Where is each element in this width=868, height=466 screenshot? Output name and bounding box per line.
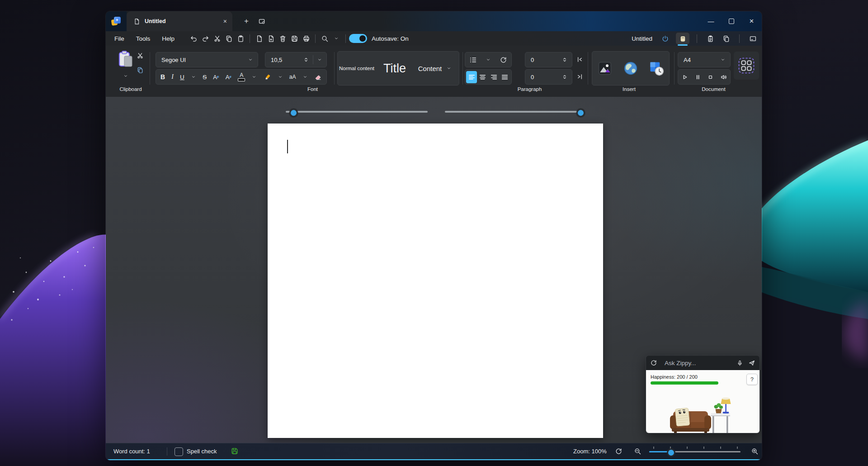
copy-small-button[interactable] <box>137 67 144 74</box>
spacing-before-spinner[interactable]: 0 <box>525 52 572 67</box>
delete-button[interactable] <box>277 33 288 44</box>
list-chevron-icon[interactable] <box>486 57 491 62</box>
new-document-button[interactable] <box>253 33 265 44</box>
save-button[interactable] <box>288 33 300 44</box>
font-color-button[interactable]: A <box>238 72 245 81</box>
style-title[interactable]: Title <box>376 62 414 76</box>
tab-untitled[interactable]: Untitled × <box>127 11 232 31</box>
reset-format-icon[interactable] <box>500 56 507 64</box>
close-button[interactable]: × <box>741 14 762 28</box>
underline-button[interactable]: U <box>180 74 184 81</box>
pause-icon[interactable] <box>694 73 702 81</box>
list-style-icon[interactable] <box>469 56 477 64</box>
italic-button[interactable]: I <box>171 73 174 81</box>
zippy-mic-icon[interactable] <box>736 360 743 366</box>
page-size-select[interactable]: A4 <box>678 52 731 67</box>
speaker-icon[interactable] <box>720 73 727 81</box>
zippy-input[interactable]: Ask Zippy... <box>665 360 696 366</box>
superscript-button[interactable]: AF <box>226 74 231 81</box>
spacing-after-value: 0 <box>531 74 534 81</box>
copy-button[interactable] <box>223 33 235 44</box>
font-size-spinner[interactable]: 10,5 <box>265 52 327 67</box>
clear-formatting-eraser-icon[interactable] <box>314 73 322 81</box>
search-chevron-down-icon[interactable] <box>330 33 342 44</box>
align-center-button[interactable] <box>477 71 488 83</box>
align-right-button[interactable] <box>488 71 499 83</box>
play-icon[interactable] <box>681 73 689 81</box>
menu-help[interactable]: Help <box>156 33 180 44</box>
align-left-button[interactable] <box>466 71 477 83</box>
stepper-icon[interactable] <box>561 57 568 63</box>
zoom-slider[interactable] <box>649 443 741 460</box>
status-bar: Word count: 1 Spell check Zoom: 100% <box>106 443 762 460</box>
menu-file[interactable]: File <box>108 33 130 44</box>
right-margin-slider-track[interactable] <box>445 111 582 113</box>
style-content[interactable]: Content <box>414 65 446 72</box>
zoom-in-icon[interactable] <box>751 447 759 455</box>
spell-check-checkbox[interactable] <box>175 447 183 456</box>
divider <box>250 34 250 43</box>
maximize-button[interactable] <box>721 14 741 28</box>
document-name: Untitled <box>632 35 652 42</box>
left-margin-slider-track[interactable] <box>286 111 428 113</box>
zippy-help-button[interactable]: ? <box>746 374 758 385</box>
stepper-icon[interactable] <box>303 57 309 63</box>
undo-button[interactable] <box>188 33 199 44</box>
indent-start-button[interactable] <box>576 56 584 63</box>
align-justify-button[interactable] <box>500 71 510 83</box>
font-color-swatch <box>238 78 245 81</box>
stop-icon[interactable] <box>707 73 714 81</box>
autosave-toggle[interactable] <box>349 34 367 43</box>
zoom-level-label: Zoom: 100% <box>573 448 607 455</box>
bold-button[interactable]: B <box>160 73 165 81</box>
zippy-send-icon[interactable] <box>748 359 755 366</box>
menu-tools[interactable]: Tools <box>130 33 156 44</box>
open-in-new-window-icon[interactable] <box>256 15 268 27</box>
redo-button[interactable] <box>199 33 211 44</box>
zippy-refresh-icon[interactable] <box>650 359 657 366</box>
zoom-reset-icon[interactable] <box>615 447 623 455</box>
pages-panel-icon[interactable] <box>720 33 732 44</box>
font-color-chevron-icon[interactable] <box>251 74 257 80</box>
paste-split-button[interactable] <box>115 50 137 81</box>
spacing-after-spinner[interactable]: 0 <box>525 69 572 85</box>
chevron-down-icon <box>720 57 726 62</box>
left-margin-slider-handle[interactable] <box>289 109 298 117</box>
indent-end-button[interactable] <box>576 73 584 81</box>
widgets-grid-button[interactable] <box>734 52 759 80</box>
paste-button[interactable] <box>235 33 246 44</box>
cut-button[interactable] <box>211 33 223 44</box>
word-count-panel-icon[interactable] <box>704 33 716 44</box>
focus-mode-icon[interactable] <box>747 33 759 44</box>
search-icon[interactable] <box>319 33 330 44</box>
insert-image-icon[interactable] <box>597 60 613 76</box>
tab-close-icon[interactable]: × <box>223 18 227 25</box>
minimize-button[interactable]: — <box>701 14 721 28</box>
font-size-chevron-icon[interactable] <box>317 57 322 62</box>
new-tab-button[interactable]: + <box>241 15 252 27</box>
zoom-slider-handle[interactable] <box>667 448 675 457</box>
zippy-room-scene <box>646 392 760 433</box>
right-margin-slider-handle[interactable] <box>576 109 585 117</box>
styles-chevron-icon[interactable] <box>446 66 452 71</box>
highlighter-icon[interactable] <box>264 73 271 81</box>
app-logo[interactable] <box>106 11 127 31</box>
power-button[interactable] <box>658 33 672 44</box>
strikethrough-button[interactable]: S <box>203 74 207 81</box>
change-case-button[interactable]: aA <box>289 74 296 80</box>
zoom-out-icon[interactable] <box>634 447 642 455</box>
open-document-button[interactable] <box>265 33 277 44</box>
stepper-icon[interactable] <box>561 74 568 80</box>
font-family-select[interactable]: Segoe UI <box>156 52 258 67</box>
underline-chevron-icon[interactable] <box>191 74 196 80</box>
style-normal-content[interactable]: Normal content <box>338 65 376 71</box>
document-page[interactable] <box>268 124 603 438</box>
cut-small-button[interactable] <box>137 52 144 59</box>
subscript-button[interactable]: AF <box>213 74 219 81</box>
print-button[interactable] <box>300 33 312 44</box>
insert-datetime-icon[interactable] <box>648 60 665 76</box>
zippy-pet-button[interactable] <box>676 33 689 44</box>
change-case-chevron-icon[interactable] <box>302 74 308 80</box>
insert-link-globe-icon[interactable] <box>623 60 639 76</box>
highlighter-chevron-icon[interactable] <box>278 74 283 80</box>
